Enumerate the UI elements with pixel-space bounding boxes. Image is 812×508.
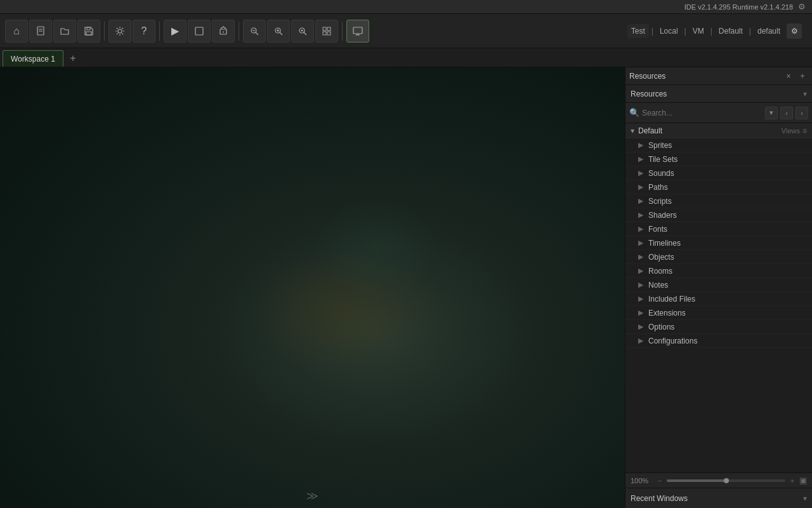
separator-1: [104, 22, 105, 41]
profile-default[interactable]: Default: [715, 24, 747, 38]
home-button[interactable]: ⌂: [5, 20, 28, 43]
svg-line-10: [256, 32, 258, 35]
profile-default2[interactable]: default: [754, 24, 784, 38]
tree-item-shaders-arrow: ▶: [638, 211, 645, 219]
tree-root-menu-icon[interactable]: ≡: [802, 126, 807, 135]
tree-item-sprites[interactable]: ▶ Sprites: [625, 138, 812, 152]
search-dropdown-button[interactable]: ▾: [765, 107, 778, 119]
tree-root-expand-icon: ▾: [631, 126, 634, 135]
right-panel: Resources × + Resources ▾ 🔍 ▾ ‹ › ▾ Defa…: [625, 67, 812, 508]
tree-root-label: Default: [638, 126, 782, 135]
tree-item-paths-arrow: ▶: [638, 183, 645, 191]
tree-item-extensions[interactable]: ▶ Extensions: [625, 306, 812, 320]
tree-item-tilesets-label: Tile Sets: [648, 155, 678, 164]
tree-item-shaders-label: Shaders: [648, 211, 677, 220]
tree-item-rooms-arrow: ▶: [638, 267, 645, 275]
profile-vm[interactable]: VM: [689, 24, 708, 38]
svg-line-17: [304, 32, 306, 35]
run-button[interactable]: ▶: [164, 20, 187, 43]
resources-header: Resources × +: [625, 67, 812, 85]
tabbar: Workspace 1 +: [0, 48, 812, 67]
zoom-slider[interactable]: [667, 479, 785, 482]
tree-item-rooms[interactable]: ▶ Rooms: [625, 264, 812, 278]
grid-button[interactable]: [315, 20, 338, 43]
titlebar-settings-icon[interactable]: ⚙: [798, 2, 806, 11]
recent-windows-chevron: ▾: [803, 494, 807, 503]
separator-4: [342, 22, 343, 41]
tree-item-configurations-label: Configurations: [648, 337, 697, 345]
tree-item-timelines-label: Timelines: [648, 239, 681, 248]
tree-item-sounds[interactable]: ▶ Sounds: [625, 166, 812, 180]
titlebar: IDE v2.1.4.295 Runtime v2.1.4.218 ⚙: [0, 0, 812, 14]
zoom-slider-thumb[interactable]: [724, 478, 729, 483]
debug-button[interactable]: [188, 20, 211, 43]
monitor-button[interactable]: [346, 20, 369, 43]
zoom-out-button[interactable]: [243, 20, 266, 43]
new-file-button[interactable]: [29, 20, 52, 43]
svg-rect-22: [327, 32, 331, 35]
tree-item-objects[interactable]: ▶ Objects: [625, 250, 812, 264]
tree-item-notes[interactable]: ▶ Notes: [625, 278, 812, 292]
save-button[interactable]: [77, 20, 100, 43]
tree-item-sounds-arrow: ▶: [638, 169, 645, 177]
tree-item-notes-arrow: ▶: [638, 281, 645, 289]
workspace-canvas[interactable]: ≫: [0, 67, 625, 508]
tree-item-shaders[interactable]: ▶ Shaders: [625, 208, 812, 222]
svg-rect-20: [327, 27, 331, 30]
titlebar-text: IDE v2.1.4.295 Runtime v2.1.4.218: [684, 3, 793, 11]
profile-test[interactable]: Test: [627, 24, 649, 38]
zoom-slider-fill: [667, 479, 726, 482]
tree-item-rooms-label: Rooms: [648, 267, 672, 276]
search-input[interactable]: [642, 109, 763, 117]
tree-item-options[interactable]: ▶ Options: [625, 320, 812, 334]
collapse-panel-icon[interactable]: ≫: [306, 489, 318, 503]
tree-item-paths[interactable]: ▶ Paths: [625, 180, 812, 194]
search-prev-button[interactable]: ‹: [780, 107, 793, 119]
svg-rect-19: [323, 27, 326, 30]
open-file-button[interactable]: [53, 20, 76, 43]
tab-workspace1[interactable]: Workspace 1: [3, 50, 63, 67]
tree-root-views-label: Views: [782, 127, 800, 135]
resources-dropdown-chevron: ▾: [803, 90, 807, 98]
zoom-plus-button[interactable]: +: [788, 476, 797, 485]
clean-button[interactable]: [212, 20, 235, 43]
svg-rect-6: [195, 27, 203, 35]
profile-local[interactable]: Local: [656, 24, 682, 38]
tree-root-default[interactable]: ▾ Default Views ≡: [625, 123, 812, 138]
tree-item-notes-label: Notes: [648, 281, 668, 290]
tree-item-extensions-label: Extensions: [648, 309, 686, 318]
zoom-minus-button[interactable]: −: [655, 476, 664, 485]
resources-close-button[interactable]: ×: [783, 70, 794, 82]
help-button[interactable]: ?: [133, 20, 155, 43]
recent-windows-dropdown[interactable]: Recent Windows ▾: [625, 488, 812, 508]
glow-effect-2: [313, 199, 440, 295]
build-settings-button[interactable]: [108, 20, 131, 43]
svg-point-5: [118, 29, 122, 33]
tree-item-included-files[interactable]: ▶ Included Files: [625, 292, 812, 306]
profile-settings-button[interactable]: ⚙: [787, 23, 802, 39]
resources-dropdown-text: Resources: [631, 90, 803, 98]
tree-item-scripts[interactable]: ▶ Scripts: [625, 194, 812, 208]
tree-item-configurations[interactable]: ▶ Configurations: [625, 334, 812, 348]
toolbar: ⌂ ? ▶: [0, 14, 812, 48]
zoom-in-button[interactable]: [267, 20, 290, 43]
resources-add-button[interactable]: +: [797, 70, 808, 82]
search-next-button[interactable]: ›: [796, 107, 808, 119]
resources-dropdown[interactable]: Resources ▾: [625, 85, 812, 103]
zoom-bar: 100% − + ▣: [625, 472, 812, 488]
separator-3: [239, 22, 239, 41]
tree-item-timelines[interactable]: ▶ Timelines: [625, 236, 812, 250]
svg-rect-21: [323, 32, 326, 35]
tree-item-fonts-label: Fonts: [648, 225, 667, 234]
zoom-fit-button[interactable]: [291, 20, 314, 43]
tree-item-timelines-arrow: ▶: [638, 239, 645, 247]
tree-item-tilesets[interactable]: ▶ Tile Sets: [625, 152, 812, 166]
separator-2: [159, 22, 160, 41]
tree-item-scripts-label: Scripts: [648, 197, 672, 206]
tree-item-sprites-label: Sprites: [648, 141, 672, 150]
tree-item-tilesets-arrow: ▶: [638, 155, 645, 163]
tree-item-fonts[interactable]: ▶ Fonts: [625, 222, 812, 236]
tree-item-included-files-arrow: ▶: [638, 295, 645, 303]
tab-add-button[interactable]: +: [65, 50, 81, 67]
tree-item-options-label: Options: [648, 323, 674, 331]
